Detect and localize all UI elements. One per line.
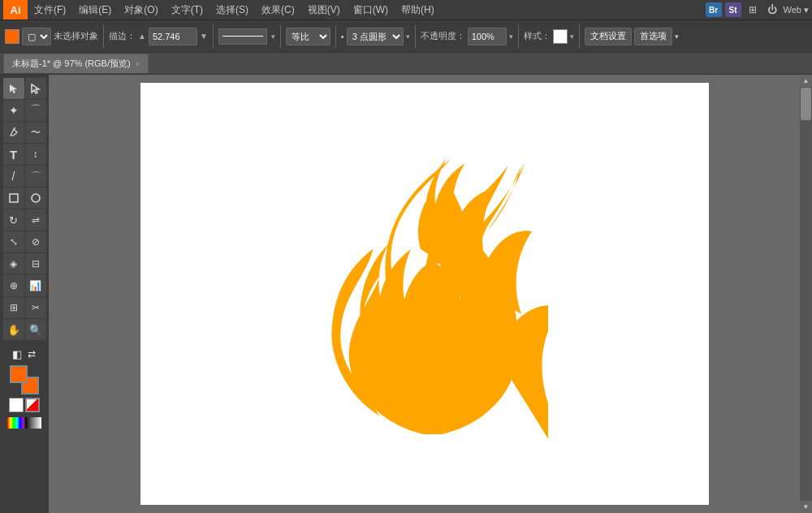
vertical-type-tool[interactable]: ↕ xyxy=(25,144,46,165)
color-mode-icon[interactable] xyxy=(7,417,24,429)
direct-selection-tool[interactable] xyxy=(25,78,46,99)
tab-title: 未标题-1* @ 97% (RGB/预览) xyxy=(12,58,131,70)
pen-tool[interactable] xyxy=(3,122,24,143)
rectangle-tool[interactable] xyxy=(3,188,24,209)
arc-tool[interactable]: ⌒ xyxy=(25,166,46,187)
scroll-thumb[interactable] xyxy=(801,88,811,120)
down-arrow-icon: ▼ xyxy=(200,32,208,41)
tool-row-8: ⤡ ⊘ xyxy=(3,231,46,252)
style-label: 样式： xyxy=(524,30,551,42)
type-tool[interactable]: T xyxy=(3,144,24,165)
menu-right-area: Br St ⊞ ⏻ Web ▾ xyxy=(706,2,809,17)
web-label[interactable]: Web ▾ xyxy=(784,5,809,15)
line-tool[interactable]: / xyxy=(3,166,24,187)
reflect-tool[interactable]: ⇌ xyxy=(25,209,46,231)
color-section: ◧ ⇄ xyxy=(7,344,41,429)
document-tab[interactable]: 未标题-1* @ 97% (RGB/预览) × xyxy=(3,54,149,73)
none-swatch xyxy=(25,398,40,412)
opacity-label: 不透明度： xyxy=(421,30,465,42)
shear-tool[interactable]: ⊘ xyxy=(25,231,46,252)
gradient-mode-icon[interactable] xyxy=(25,417,41,429)
menu-text[interactable]: 文字(T) xyxy=(165,2,209,19)
tool-row-1 xyxy=(3,78,46,99)
power-icon[interactable]: ⏻ xyxy=(764,2,780,17)
tool-row-12: ✋ 🔍 xyxy=(3,319,46,340)
scroll-track[interactable] xyxy=(800,87,812,501)
scroll-up-button[interactable]: ▲ xyxy=(800,75,812,87)
free-transform-tool[interactable]: ⊟ xyxy=(25,253,46,274)
rotate-tool[interactable]: ↻ xyxy=(3,209,24,231)
swap-colors-button[interactable]: ⇄ xyxy=(25,347,38,360)
tool-row-2: ✦ ⌒ xyxy=(3,100,46,121)
menu-file[interactable]: 文件(F) xyxy=(28,2,72,19)
left-toolbar: ✦ ⌒ 〜 T ↕ / ⌒ ↻ ⇌ xyxy=(0,75,49,513)
menu-object[interactable]: 对象(O) xyxy=(118,2,164,19)
point-section: • 3 点圆形 ▾ xyxy=(341,28,410,45)
stroke-type-select[interactable]: ▢ xyxy=(22,28,51,45)
hand-tool[interactable]: ✋ xyxy=(3,319,24,340)
default-colors-button[interactable]: ◧ xyxy=(11,347,24,360)
doc-settings-button[interactable]: 文档设置 xyxy=(585,28,632,45)
column-graph-tool[interactable]: 📊 xyxy=(25,275,46,296)
white-swatch xyxy=(9,398,24,412)
stroke-value-input[interactable] xyxy=(149,28,197,45)
divider-5 xyxy=(415,25,416,48)
selection-tool[interactable] xyxy=(3,78,24,99)
grid-icon[interactable]: ⊞ xyxy=(745,2,761,17)
tool-row-10: ⊕ 📊 xyxy=(3,275,46,296)
ratio-select[interactable]: 等比 xyxy=(286,28,330,45)
foreground-color-swatch[interactable] xyxy=(10,365,28,383)
point-dot: • xyxy=(341,32,344,41)
lasso-tool[interactable]: ⌒ xyxy=(25,100,46,121)
point-arrow: ▾ xyxy=(406,32,410,41)
stroke-section: 描边： ▲ ▼ xyxy=(109,28,208,45)
stroke-line-display[interactable] xyxy=(218,28,267,45)
bridge-icon[interactable]: Br xyxy=(706,2,722,17)
opacity-arrow: ▾ xyxy=(509,32,513,41)
stroke-label: 描边： xyxy=(109,30,136,42)
divider-1 xyxy=(103,25,104,48)
point-shape-select[interactable]: 3 点圆形 xyxy=(347,28,404,45)
svg-rect-0 xyxy=(10,194,18,202)
tab-close-button[interactable]: × xyxy=(136,60,140,68)
magic-wand-tool[interactable]: ✦ xyxy=(3,100,24,121)
menu-help[interactable]: 帮助(H) xyxy=(395,2,441,19)
menu-bar: Ai 文件(F) 编辑(E) 对象(O) 文字(T) 选择(S) 效果(C) 视… xyxy=(0,0,812,19)
slice-tool[interactable]: ✂ xyxy=(25,297,46,318)
style-arrow: ▾ xyxy=(570,32,574,41)
fill-swatch[interactable] xyxy=(5,29,19,44)
menu-window[interactable]: 窗口(W) xyxy=(347,2,395,19)
flame-final xyxy=(300,144,548,444)
prefs-arrow: ▾ xyxy=(675,32,679,41)
symbol-sprayer-tool[interactable]: ⊕ xyxy=(3,275,24,296)
no-selection-label: 未选择对象 xyxy=(54,30,98,42)
canvas[interactable] xyxy=(140,83,709,505)
menu-view[interactable]: 视图(V) xyxy=(301,2,347,19)
divider-6 xyxy=(518,25,519,48)
style-swatch[interactable] xyxy=(553,29,568,44)
style-section: 样式： ▾ xyxy=(524,29,574,44)
ai-logo: Ai xyxy=(3,0,28,19)
menu-select[interactable]: 选择(S) xyxy=(209,2,255,19)
tool-row-6 xyxy=(3,188,46,209)
zoom-tool[interactable]: 🔍 xyxy=(25,319,46,340)
menu-effect[interactable]: 效果(C) xyxy=(255,2,301,19)
ratio-section: 等比 xyxy=(286,28,330,45)
canvas-area xyxy=(49,75,800,513)
divider-2 xyxy=(213,25,214,48)
scroll-down-button[interactable]: ▼ xyxy=(800,501,812,513)
menu-edit[interactable]: 编辑(E) xyxy=(72,2,118,19)
tab-bar: 未标题-1* @ 97% (RGB/预览) × xyxy=(0,52,812,75)
ellipse-tool[interactable] xyxy=(25,188,46,209)
toolbar: ▢ 未选择对象 描边： ▲ ▼ ▾ 等比 • 3 点圆形 ▾ 不透明度： ▾ xyxy=(0,19,812,52)
curvature-tool[interactable]: 〜 xyxy=(25,122,46,143)
opacity-input[interactable] xyxy=(468,28,507,45)
artboard-tool[interactable]: ⊞ xyxy=(3,297,24,318)
stock-icon[interactable]: St xyxy=(725,2,741,17)
scale-tool[interactable]: ⤡ xyxy=(3,231,24,252)
puppet-warp-tool[interactable]: ◈ xyxy=(3,253,24,274)
line-section: ▾ xyxy=(218,28,275,45)
stroke-line-inner xyxy=(222,36,263,37)
preferences-button[interactable]: 首选项 xyxy=(634,28,672,45)
main-content: ✦ ⌒ 〜 T ↕ / ⌒ ↻ ⇌ xyxy=(0,75,812,513)
